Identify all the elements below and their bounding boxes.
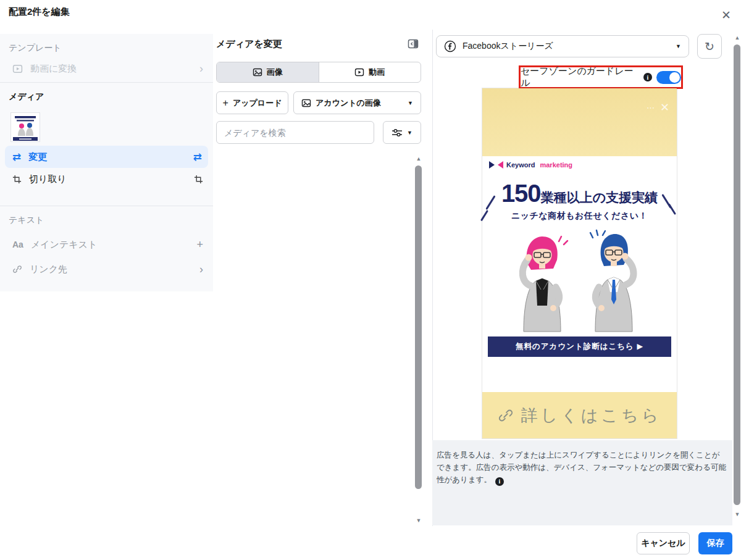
sidebar-item-label: 切り取り [29,173,186,185]
more-icon: ⋯ [647,103,655,112]
ad-cta-label: 詳しくはこちら [521,404,662,427]
refresh-preview-button[interactable]: ↻ [697,34,722,59]
text-section-header: テキスト [0,206,213,230]
account-images-dropdown[interactable]: アカウントの画像 ▼ [293,91,421,114]
sidebar: テンプレート 動画に変換 › メディア [0,34,213,291]
crop-icon [12,175,22,184]
cancel-button[interactable]: キャンセル [637,532,690,554]
safe-zone-bottom-overlay: 詳しくはこちら [482,392,677,438]
link-icon [498,407,514,424]
sidebar-item-label: メインテキスト [31,239,190,251]
ad-banner: 無料のアカウント診断はこちら ▶ [488,336,671,357]
ad-subheadline: ニッチな商材もお任せください！ [482,211,677,222]
safe-zone-toggle-label: セーフゾーンのガードレール [521,65,639,89]
caret-down-icon: ▼ [407,130,412,136]
sidebar-item-change-media[interactable]: ⇄ 変更 ⇄ [5,146,208,168]
media-search-input[interactable] [216,121,374,144]
media-thumbnail[interactable] [10,112,40,142]
scroll-down-icon[interactable]: ▼ [415,517,422,524]
chevron-right-icon: › [199,63,203,74]
ad-headline-number: 150 [501,180,541,207]
sidebar-item-label: リンク先 [30,264,192,275]
media-section-header: メディア [0,83,213,106]
placement-dropdown-value: Facebookストーリーズ [463,41,669,52]
sidebar-item-label: 動画に変換 [30,63,192,75]
image-icon [301,98,311,108]
tab-video[interactable]: 動画 [319,62,421,82]
story-ad-preview: ⋯ ✕ Keyword marketing 150業種以上の支援実績 ニッチな商… [482,88,677,438]
info-icon[interactable]: i [495,477,504,486]
close-icon[interactable]: ✕ [718,6,735,23]
preview-panel-scrollbar[interactable] [734,44,740,505]
ad-headline-text: 業種以上の支援実績 [541,190,658,204]
scroll-up-icon[interactable]: ▲ [734,35,741,41]
chevron-right-icon: › [199,264,203,275]
plus-icon: + [223,98,228,109]
image-icon [253,67,262,77]
logo-triangle-icon [498,161,503,169]
swap-icon: ⇄ [12,152,21,162]
upload-button-label: アップロード [233,98,282,109]
tab-label: 動画 [369,67,385,78]
sidebar-item-main-text[interactable]: Aa メインテキスト + [0,233,213,256]
sidebar-item-crop[interactable]: 切り取り [0,168,213,190]
media-section: メディア ⇄ 変更 ⇄ 切り取り [0,83,213,206]
media-panel-title: メディアを変更 [216,38,282,50]
brand-name: Keyword [506,161,535,169]
placement-dropdown[interactable]: Facebookストーリーズ ▼ [436,35,689,57]
placement-edit-modal: 配置2件を編集 ✕ テンプレート 動画に変換 › メディア [0,0,741,560]
scroll-up-icon[interactable]: ▲ [415,156,422,162]
save-button[interactable]: 保存 [698,532,732,554]
facebook-icon [444,40,456,52]
media-list-scrollbar[interactable] [415,165,422,489]
ad-people-illustration [499,228,659,333]
info-icon[interactable]: i [643,73,652,81]
sidebar-item-label: 変更 [28,151,186,163]
safe-zone-top-overlay: ⋯ ✕ [482,88,677,156]
page-title: 配置2件を編集 [9,6,70,18]
sliders-icon [391,128,403,137]
filter-button[interactable]: ▼ [383,121,421,144]
sidebar-item-convert-to-video[interactable]: 動画に変換 › [0,57,213,80]
story-close-icon: ✕ [660,101,669,114]
upload-button[interactable]: + アップロード [216,91,288,114]
tab-label: 画像 [267,67,283,78]
sidebar-item-link-destination[interactable]: リンク先 › [0,258,213,280]
text-style-icon: Aa [12,240,23,249]
ad-brand-logo: Keyword marketing [489,161,572,169]
swap-icon: ⇄ [193,152,202,162]
story-controls: ⋯ ✕ [647,101,669,114]
scroll-down-icon[interactable]: ▼ [734,511,741,517]
refresh-icon: ↻ [705,40,714,54]
template-section-header: テンプレート [0,34,213,57]
brand-name-accent: marketing [540,161,572,169]
link-icon [12,264,22,274]
text-section: テキスト Aa メインテキスト + リンク先 › [0,206,213,291]
media-type-tabs: 画像 動画 [216,62,421,83]
template-section: テンプレート 動画に変換 › [0,34,213,83]
tab-image[interactable]: 画像 [217,62,319,82]
preview-disclaimer: 広告を見る人は、タップまたは上にスワイプすることによりリンクを開くことができます… [432,440,732,525]
crop-icon [194,175,203,184]
play-icon [354,67,364,77]
caret-down-icon: ▼ [676,43,681,49]
safe-zone-toggle[interactable] [656,71,681,84]
account-images-label: アカウントの画像 [316,98,403,109]
plus-icon[interactable]: + [196,239,203,250]
logo-triangle-icon [489,161,495,169]
caret-down-icon: ▼ [408,100,413,106]
collapse-panel-icon[interactable] [408,38,419,49]
video-icon [12,64,23,74]
annotation-safe-zone-highlight: セーフゾーンのガードレール i [519,65,683,89]
disclaimer-text: 広告を見る人は、タップまたは上にスワイプすることによりリンクを開くことができます… [437,451,726,484]
ad-headline: 150業種以上の支援実績 [482,180,677,207]
